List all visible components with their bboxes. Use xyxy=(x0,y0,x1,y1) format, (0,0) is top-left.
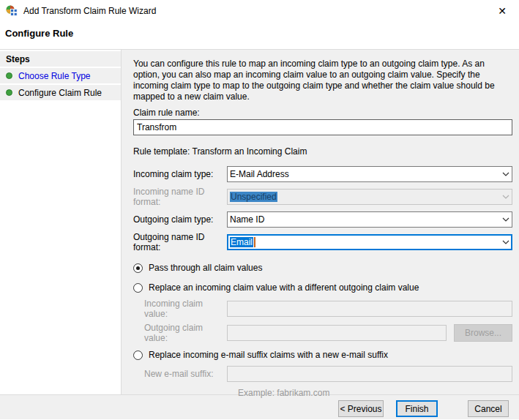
outgoing-claim-value-label: Outgoing claim value: xyxy=(144,323,227,343)
incoming-claim-value-row: Incoming claim value: xyxy=(133,299,512,319)
chevron-down-icon xyxy=(502,217,509,222)
title-bar: Add Transform Claim Rule Wizard ✕ xyxy=(0,0,519,22)
chevron-down-icon xyxy=(502,172,509,176)
sidebar-item-choose-rule-type[interactable]: Choose Rule Type xyxy=(0,68,121,85)
radio-unselected-icon xyxy=(133,283,143,293)
steps-sidebar: Steps Choose Rule Type Configure Claim R… xyxy=(0,50,122,394)
new-email-suffix-label: New e-mail suffix: xyxy=(144,369,227,379)
close-icon[interactable]: ✕ xyxy=(493,3,512,19)
radio-unselected-icon xyxy=(133,350,143,360)
new-email-suffix-input xyxy=(227,366,512,382)
outgoing-claim-value-row: Outgoing claim value: Browse... xyxy=(133,323,512,343)
outgoing-name-id-format-select[interactable]: Email xyxy=(227,234,512,250)
rule-description: You can configure this rule to map an in… xyxy=(133,59,512,102)
outgoing-claim-type-label: Outgoing claim type: xyxy=(133,214,227,225)
incoming-name-id-format-select: Unspecified xyxy=(227,189,512,205)
new-email-suffix-row: New e-mail suffix: xyxy=(133,366,512,382)
previous-button[interactable]: < Previous xyxy=(338,400,384,417)
content-pane: You can configure this rule to map an in… xyxy=(122,50,519,394)
outgoing-claim-type-row: Outgoing claim type: Name ID xyxy=(133,211,512,228)
rule-template-text: Rule template: Transform an Incoming Cla… xyxy=(133,146,512,157)
incoming-claim-value-label: Incoming claim value: xyxy=(144,299,227,319)
step-label: Configure Claim Rule xyxy=(18,88,102,98)
incoming-claim-type-row: Incoming claim type: E-Mail Address xyxy=(133,166,512,182)
option-replace-value[interactable]: Replace an incoming claim value with a d… xyxy=(133,282,512,293)
page-title: Configure Rule xyxy=(5,28,519,39)
cancel-button[interactable]: Cancel xyxy=(468,400,509,417)
chevron-down-icon xyxy=(502,240,509,244)
option-replace-suffix[interactable]: Replace incoming e-mail suffix claims wi… xyxy=(133,350,512,360)
claim-rule-name-input[interactable] xyxy=(133,119,512,135)
page-header: Configure Rule xyxy=(0,22,519,50)
claim-rule-name-label: Claim rule name: xyxy=(133,108,512,118)
radio-selected-icon xyxy=(133,263,143,273)
sidebar-item-configure-claim-rule[interactable]: Configure Claim Rule xyxy=(0,85,121,102)
option-label: Replace incoming e-mail suffix claims wi… xyxy=(149,350,388,360)
combo-value: E-Mail Address xyxy=(230,169,289,179)
steps-header: Steps xyxy=(0,51,121,68)
incoming-claim-type-label: Incoming claim type: xyxy=(133,169,227,179)
step-complete-icon xyxy=(6,89,12,96)
combo-value: Name ID xyxy=(230,214,264,225)
step-complete-icon xyxy=(6,72,12,79)
steps-title: Steps xyxy=(6,54,30,64)
incoming-claim-type-select[interactable]: E-Mail Address xyxy=(227,166,512,182)
incoming-name-id-format-row: Incoming name ID format: Unspecified xyxy=(133,187,512,207)
outgoing-claim-value-input xyxy=(227,325,447,341)
adfs-wizard-icon xyxy=(6,5,18,17)
option-pass-through[interactable]: Pass through all claim values xyxy=(133,263,512,273)
step-label: Choose Rule Type xyxy=(18,71,91,81)
finish-button[interactable]: Finish xyxy=(396,400,438,417)
browse-button: Browse... xyxy=(454,324,512,342)
outgoing-claim-type-select[interactable]: Name ID xyxy=(227,211,512,228)
combo-value-selected: Unspecified xyxy=(230,192,277,202)
outgoing-name-id-format-row: Outgoing name ID format: Email xyxy=(133,232,512,252)
outgoing-name-id-format-label: Outgoing name ID format: xyxy=(133,232,227,252)
option-label: Replace an incoming claim value with a d… xyxy=(149,282,419,293)
wizard-footer: < Previous Finish Cancel xyxy=(0,394,519,419)
combo-value-selected: Email xyxy=(230,237,253,247)
text-caret xyxy=(254,237,255,247)
option-label: Pass through all claim values xyxy=(149,263,262,273)
incoming-name-id-format-label: Incoming name ID format: xyxy=(133,187,227,207)
window-title: Add Transform Claim Rule Wizard xyxy=(23,6,156,16)
incoming-claim-value-input xyxy=(227,301,512,317)
chevron-down-icon xyxy=(502,195,509,199)
example-text: Example: fabrikam.com xyxy=(238,388,512,398)
